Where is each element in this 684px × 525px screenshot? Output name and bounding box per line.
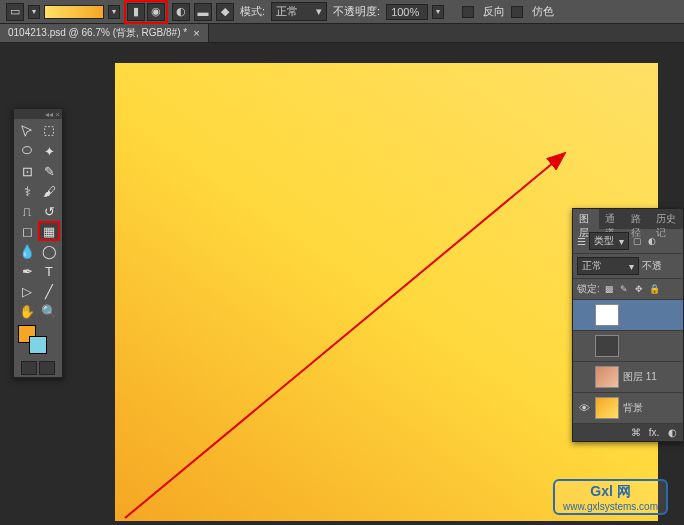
history-brush-icon[interactable]: ↺ (38, 201, 60, 221)
visibility-toggle[interactable]: 👁 (577, 402, 591, 414)
mode-label: 模式: (240, 4, 265, 19)
healing-tool-icon[interactable]: ⚕ (16, 181, 38, 201)
crop-tool-icon[interactable]: ⊡ (16, 161, 38, 181)
panel-tabs: 图层 通道 路径 历史记 (573, 209, 683, 229)
gradient-type-highlight: ▮ ◉ (124, 0, 168, 24)
watermark-logo: Gxl 网 (590, 483, 630, 501)
shape-tool-icon[interactable]: ╱ (38, 281, 60, 301)
gradient-preview[interactable] (44, 5, 104, 19)
path-select-icon[interactable]: ▷ (16, 281, 38, 301)
layer-row[interactable] (573, 331, 683, 362)
layer-mask-icon[interactable]: ◐ (665, 427, 679, 438)
move-tool-icon[interactable] (16, 121, 38, 141)
pen-tool-icon[interactable]: ✒ (16, 261, 38, 281)
blur-tool-icon[interactable]: 💧 (16, 241, 38, 261)
color-swatches (16, 325, 60, 357)
layer-thumbnail[interactable] (595, 304, 619, 326)
lock-paint-icon[interactable]: ✎ (619, 284, 630, 295)
blend-mode-select[interactable]: 正常 ▾ (271, 2, 327, 21)
reverse-label: 反向 (483, 4, 505, 19)
dither-label: 仿色 (532, 4, 554, 19)
reflected-gradient-icon[interactable]: ▬ (194, 3, 212, 21)
layers-footer: ⌘ fx. ◐ (573, 424, 683, 441)
tab-history[interactable]: 历史记 (650, 209, 683, 229)
document-tab[interactable]: 0104213.psd @ 66.7% (背景, RGB/8#) * × (0, 24, 209, 42)
opacity-dropdown[interactable]: ▾ (432, 5, 444, 19)
lock-all-icon[interactable]: 🔒 (649, 284, 660, 295)
tab-paths[interactable]: 路径 (625, 209, 651, 229)
tools-panel-header[interactable]: ◂◂ × (14, 109, 62, 119)
eyedropper-tool-icon[interactable]: ✎ (38, 161, 60, 181)
layer-blend-select[interactable]: 正常▾ (577, 257, 639, 275)
tool-preset-dropdown[interactable]: ▾ (28, 5, 40, 19)
tab-channels[interactable]: 通道 (599, 209, 625, 229)
lock-row: 锁定: ▩ ✎ ✥ 🔒 (573, 279, 683, 300)
stamp-tool-icon[interactable]: ⎍ (16, 201, 38, 221)
blend-row: 正常▾ 不透 (573, 254, 683, 279)
dodge-tool-icon[interactable]: ◯ (38, 241, 60, 261)
link-layers-icon[interactable]: ⌘ (629, 427, 643, 438)
eraser-tool-icon[interactable]: ◻ (16, 221, 38, 241)
opacity-input[interactable]: 100% (386, 4, 428, 20)
svg-rect-2 (45, 127, 54, 136)
chevron-down-icon: ▾ (316, 5, 322, 18)
layer-opacity-label: 不透 (642, 259, 662, 273)
filter-img-icon[interactable]: ▢ (632, 236, 643, 247)
opacity-label: 不透明度: (333, 4, 380, 19)
layer-filter-row: ☰ 类型▾ ▢ ◐ (573, 229, 683, 254)
background-color-swatch[interactable] (29, 336, 47, 354)
blend-mode-value: 正常 (276, 4, 298, 19)
close-icon[interactable]: × (193, 27, 199, 39)
opacity-value: 100% (391, 6, 419, 18)
layer-row[interactable] (573, 300, 683, 331)
close-icon[interactable]: × (55, 110, 60, 119)
quick-mask-icon[interactable] (21, 361, 37, 375)
marquee-tool-icon[interactable] (38, 121, 60, 141)
gradient-tool-indicator[interactable]: ▭ (6, 3, 24, 21)
layer-thumbnail[interactable] (595, 397, 619, 419)
svg-line-1 (125, 153, 565, 518)
layer-thumbnail[interactable] (595, 335, 619, 357)
layer-name[interactable]: 图层 11 (623, 370, 657, 384)
linear-gradient-icon[interactable]: ▮ (127, 3, 145, 21)
filter-icon[interactable]: ☰ (577, 236, 586, 247)
lock-position-icon[interactable]: ✥ (634, 284, 645, 295)
layer-fx-icon[interactable]: fx. (647, 427, 661, 438)
layer-row[interactable]: 👁 背景 (573, 393, 683, 424)
zoom-tool-icon[interactable]: 🔍 (38, 301, 60, 321)
radial-gradient-icon[interactable]: ◉ (147, 3, 165, 21)
lasso-tool-icon[interactable] (16, 141, 38, 161)
brush-tool-icon[interactable]: 🖌 (38, 181, 60, 201)
layer-row[interactable]: 图层 11 (573, 362, 683, 393)
angle-gradient-icon[interactable]: ◐ (172, 3, 190, 21)
layers-panel: 图层 通道 路径 历史记 ☰ 类型▾ ▢ ◐ 正常▾ 不透 锁定: ▩ ✎ ✥ … (572, 208, 684, 442)
wand-tool-icon[interactable]: ✦ (38, 141, 60, 161)
layer-name[interactable]: 背景 (623, 401, 643, 415)
dither-checkbox[interactable] (511, 6, 523, 18)
options-bar: ▭ ▾ ▾ ▮ ◉ ◐ ▬ ◆ 模式: 正常 ▾ 不透明度: 100% ▾ 反向… (0, 0, 684, 24)
gradient-tool-icon[interactable]: ▦ (38, 221, 60, 241)
layer-thumbnail[interactable] (595, 366, 619, 388)
watermark: Gxl 网 www.gxlsystems.com (553, 479, 668, 515)
diamond-gradient-icon[interactable]: ◆ (216, 3, 234, 21)
document-tab-title: 0104213.psd @ 66.7% (背景, RGB/8#) * (8, 26, 187, 40)
reverse-checkbox[interactable] (462, 6, 474, 18)
lock-label: 锁定: (577, 282, 600, 296)
collapse-icon[interactable]: ◂◂ (45, 110, 53, 119)
filter-type-select[interactable]: 类型▾ (589, 232, 629, 250)
document-tab-bar: 0104213.psd @ 66.7% (背景, RGB/8#) * × (0, 24, 684, 43)
gradient-picker-dropdown[interactable]: ▾ (108, 5, 120, 19)
svg-point-3 (23, 147, 32, 154)
hand-tool-icon[interactable]: ✋ (16, 301, 38, 321)
watermark-url: www.gxlsystems.com (563, 501, 658, 512)
screen-mode-icon[interactable] (39, 361, 55, 375)
tools-panel: ◂◂ × ✦ ⊡ ✎ ⚕ 🖌 ⎍ ↺ ◻ ▦ 💧 ◯ ✒ T ▷ ╱ ✋ 🔍 (13, 108, 63, 378)
lock-transparent-icon[interactable]: ▩ (604, 284, 615, 295)
filter-adj-icon[interactable]: ◐ (646, 236, 657, 247)
tab-layers[interactable]: 图层 (573, 209, 599, 229)
type-tool-icon[interactable]: T (38, 261, 60, 281)
